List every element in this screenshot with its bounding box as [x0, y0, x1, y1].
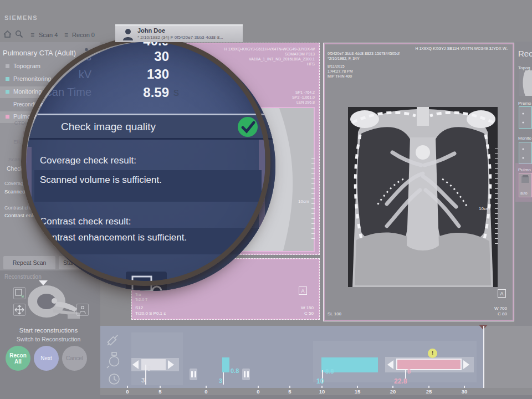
loupe-kv-value: 130 [103, 66, 169, 82]
pause-icon[interactable] [242, 369, 250, 380]
step-status-icon [6, 77, 9, 81]
sp2-text: SP2 -1,061.0 [292, 95, 315, 100]
search-icon[interactable] [15, 30, 23, 38]
gantry-illustration [21, 285, 83, 320]
len-text: LEN 296.8 [296, 100, 315, 105]
software-version-text: VA10A_1_INT_NB_2016L80A_2300.1 [249, 57, 315, 62]
orientation-corner-text: Tra [135, 292, 141, 297]
delay-value: 3 [147, 366, 151, 372]
clock-icon [108, 372, 121, 386]
dicom-key-text: H 1X9XQ-KXGYJ-S611H-VX4TN-WCG49-3JYDX-W [224, 47, 315, 52]
scanner-name-text: SOMATOM P313 [285, 52, 315, 57]
scale-ruler [311, 158, 315, 241]
tab-scan[interactable]: Scan 4 [39, 32, 58, 38]
timeline-future-region [484, 326, 532, 388]
recon-all-button[interactable]: Recon All [6, 346, 30, 371]
patient-position-text: HFS [307, 62, 315, 66]
recon-all-label-1: Recon [9, 352, 27, 359]
slider-right-handle[interactable] [168, 360, 174, 369]
warning-glyph: ! [432, 350, 434, 356]
step-label: Premonitoring [13, 75, 51, 82]
axis-label: 0 [121, 388, 134, 395]
brand-logo: SIEMENS [4, 14, 38, 21]
loupe-scantime-value: 8.59 [103, 85, 169, 100]
coronal-ct-image [348, 107, 498, 287]
load-image-icon[interactable] [13, 287, 25, 299]
scale-ruler [495, 149, 498, 247]
loupe-contrast-label: Contrast check result: [40, 216, 131, 227]
scan1-value: 8.8 [325, 368, 334, 375]
axis-label: 5 [284, 388, 296, 395]
step-label: Topogram [13, 63, 40, 69]
step-status-icon [6, 64, 9, 68]
injector-icon [105, 331, 121, 348]
protocol-title: Pulmonary CTA (Adult) [3, 49, 76, 57]
scale-label: 10cm [479, 206, 490, 211]
recon-monitoring-thumbnail[interactable] [519, 142, 532, 164]
loupe-ctdivol-value: 40.9 [103, 42, 169, 49]
scan-menu-icon[interactable]: ≡ [30, 31, 34, 39]
slider-left-handle[interactable] [132, 360, 139, 369]
center-text: C 80 [498, 311, 507, 316]
bolus-bar[interactable] [222, 357, 229, 372]
bolus-value: 0.8 [231, 367, 239, 374]
thickness-corner-text: Tr2.0 T [135, 297, 147, 302]
axis-label: 0 [200, 388, 212, 395]
next-button[interactable]: Next [34, 346, 59, 371]
recon-menu-icon[interactable]: ≡ [64, 31, 68, 39]
home-icon[interactable] [3, 30, 12, 38]
top-bar: SIEMENS ≡ Scan 4 ≡ Recon 0 [0, 0, 532, 42]
ct-image-panel[interactable]: H 1X9XQ-KXGYJ-SB11H-VX4TN-WCG49-3JYDX-W.… [323, 43, 514, 321]
study-date-text: 8/11/2015 [328, 64, 345, 69]
timing-text: Tr20.0 S P0.1 s [135, 311, 166, 316]
contrast-bottle-icon [106, 351, 122, 369]
patient-tab[interactable]: John Doe * 2/10/1982 (34) F 0f5420e7-3bb… [115, 24, 243, 42]
loupe-effmas-value: 30 [103, 49, 169, 64]
axis-label: 10 [316, 388, 328, 395]
patient-position-icon[interactable] [76, 304, 89, 316]
recon-topogram-thumbnail[interactable] [519, 70, 532, 96]
tab-recon[interactable]: Recon 0 [72, 32, 95, 38]
loupe-coverage-label: Coverage check result: [40, 155, 136, 166]
scan2-value: 8 [407, 368, 411, 375]
cancel-label: Cancel [66, 355, 83, 361]
timeline-axis: 0 5 0 0 5 10 15 20 25 30 [100, 388, 532, 395]
recon-premonitoring-label: Premo [518, 101, 531, 106]
slider-left-handle[interactable] [387, 360, 393, 369]
window-text: W 150 [301, 305, 314, 310]
cancel-button[interactable]: Cancel [62, 346, 87, 371]
recon-pulmonary-thumbnail[interactable]: auto [519, 173, 532, 197]
warning-icon[interactable]: ! [428, 349, 437, 358]
orientation-marker: A [498, 289, 506, 298]
axis-label: 5 [154, 388, 166, 395]
slider-right-handle[interactable] [463, 360, 469, 369]
sp1-text: SP1 -764.2 [295, 90, 315, 95]
pause-icon[interactable] [190, 369, 197, 380]
center-text: C 50 [304, 311, 314, 316]
recon-premonitoring-thumbnail[interactable] [519, 106, 532, 129]
adult-patient-icon [83, 48, 90, 56]
application-window: SIEMENS ≡ Scan 4 ≡ Recon 0 John Doe * 2/… [0, 0, 532, 399]
param-label: CTDIvol [0, 120, 33, 126]
recon-topogram-label: Topog [518, 65, 530, 70]
slice-text: SL 100 [328, 311, 341, 316]
loupe-coverage-result: Scanned volume is sufficient. [34, 170, 262, 202]
scan1-time: 10 [316, 377, 324, 385]
magnified-table-icon [126, 272, 167, 291]
reconstruction-panel: Reconstruction Start reconstructions Swi… [0, 270, 100, 399]
study-uid-text: 0f5420e7-3bb3-4dd8-8823-1567844505df [328, 51, 400, 56]
move-table-icon[interactable] [13, 304, 25, 316]
scale-label: 10cm [298, 199, 309, 204]
repeat-scan-button[interactable]: Repeat Scan [3, 256, 55, 269]
axis-label: 15 [351, 388, 364, 395]
orientation-marker: A [299, 287, 307, 295]
scan2-time: 22.8 [394, 377, 407, 385]
patient-icon [122, 28, 134, 41]
axis-label: 25 [423, 388, 435, 395]
scan2-bar[interactable] [396, 359, 462, 370]
dicom-key-text: H 1X9XQ-KXGYJ-SB11H-VX4TN-WCG49-3JYDX-W.… [415, 46, 508, 51]
preset-text: MIP THIN 400 [328, 74, 352, 79]
delay-time: 3 [141, 377, 145, 383]
timeline-cursor-line[interactable] [483, 326, 484, 388]
step-label: Monitoring [13, 88, 42, 95]
